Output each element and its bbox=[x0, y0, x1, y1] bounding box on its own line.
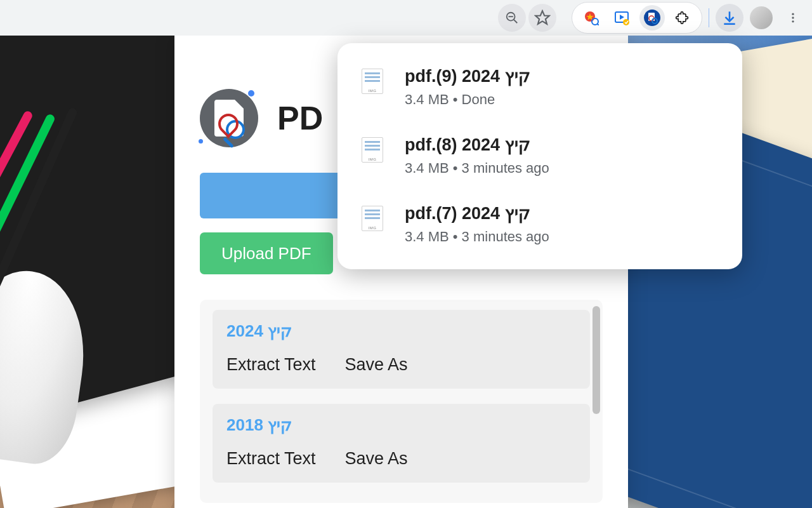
file-card-title[interactable]: קיץ 2024 bbox=[226, 321, 576, 341]
extension-group bbox=[572, 2, 702, 34]
zoom-out-button[interactable] bbox=[498, 4, 526, 32]
file-card: קיץ 2024 Extract Text Save As bbox=[213, 310, 590, 389]
app-logo bbox=[200, 89, 258, 147]
file-list: קיץ 2024 Extract Text Save As קיץ 2018 E… bbox=[200, 300, 603, 503]
download-item[interactable]: pdf.(8) 2024 קיץ 3.4 MB • 3 minutes ago bbox=[337, 124, 742, 193]
file-thumb-icon bbox=[362, 137, 383, 163]
browser-toolbar bbox=[0, 0, 812, 36]
scrollbar-thumb[interactable] bbox=[593, 306, 600, 414]
download-filename: pdf.(7) 2024 קיץ bbox=[405, 203, 723, 224]
file-thumb-icon bbox=[362, 69, 383, 94]
svg-point-17 bbox=[792, 13, 794, 15]
download-item[interactable]: pdf.(9) 2024 קיץ 3.4 MB • Done bbox=[337, 56, 742, 124]
save-as-button[interactable]: Save As bbox=[345, 355, 408, 375]
downloads-button[interactable] bbox=[716, 4, 743, 32]
upload-pdf-button[interactable]: Upload PDF bbox=[200, 232, 333, 274]
svg-line-7 bbox=[597, 23, 599, 25]
download-filename: pdf.(8) 2024 קיץ bbox=[405, 135, 723, 155]
file-card: קיץ 2018 Extract Text Save As bbox=[213, 404, 590, 483]
svg-point-18 bbox=[792, 17, 794, 18]
svg-line-1 bbox=[514, 20, 518, 23]
extension-3-pdf-icon[interactable] bbox=[639, 5, 665, 30]
chrome-menu-icon[interactable] bbox=[779, 4, 807, 32]
extension-1-icon[interactable] bbox=[579, 5, 604, 30]
extract-text-button[interactable]: Extract Text bbox=[226, 355, 316, 375]
app-title: PD bbox=[277, 99, 323, 137]
save-as-button[interactable]: Save As bbox=[345, 449, 408, 469]
download-meta: 3.4 MB • Done bbox=[405, 91, 723, 108]
extensions-puzzle-icon[interactable] bbox=[670, 5, 695, 30]
svg-marker-3 bbox=[535, 11, 549, 24]
extension-2-icon[interactable] bbox=[609, 5, 634, 30]
download-item[interactable]: pdf.(7) 2024 קיץ 3.4 MB • 3 minutes ago bbox=[337, 193, 742, 262]
svg-point-10 bbox=[623, 19, 629, 25]
extract-text-button[interactable]: Extract Text bbox=[226, 449, 316, 469]
file-thumb-icon bbox=[362, 206, 383, 231]
download-meta: 3.4 MB • 3 minutes ago bbox=[405, 229, 723, 245]
toolbar-divider bbox=[709, 8, 709, 27]
bookmark-star-button[interactable] bbox=[528, 4, 556, 32]
download-filename: pdf.(9) 2024 קיץ bbox=[405, 66, 723, 86]
svg-point-19 bbox=[792, 20, 794, 22]
downloads-popup: pdf.(9) 2024 קיץ 3.4 MB • Done pdf.(8) 2… bbox=[337, 43, 742, 269]
download-meta: 3.4 MB • 3 minutes ago bbox=[405, 160, 723, 177]
file-card-title[interactable]: קיץ 2018 bbox=[226, 415, 576, 435]
profile-avatar[interactable] bbox=[750, 6, 773, 29]
svg-marker-9 bbox=[620, 15, 624, 20]
